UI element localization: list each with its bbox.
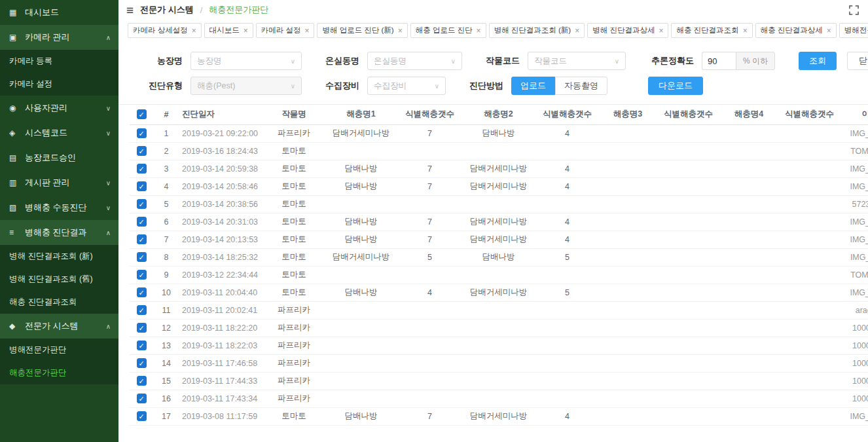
row-checkbox[interactable]: ✓ xyxy=(137,164,147,174)
sidebar-menu: ▦대시보드▣카메라 관리∧카메라 등록카메라 설정◉사용자관리∨◈시스템코드∨▤… xyxy=(0,0,118,384)
tab-close-icon[interactable]: × xyxy=(192,27,196,35)
cell-pest4 xyxy=(719,337,778,354)
tab-close-icon[interactable]: × xyxy=(575,27,579,35)
tab-close-icon[interactable]: × xyxy=(827,27,831,35)
cell-pest1 xyxy=(323,390,399,407)
cell-pest4 xyxy=(719,372,778,390)
column-header-count2: 식별해충갯수 xyxy=(536,105,598,124)
tab-pest-upload-diagnosis[interactable]: 해충 업로드 진단× xyxy=(410,23,486,38)
cell-pest3 xyxy=(598,248,657,266)
row-checkbox[interactable]: ✓ xyxy=(137,341,147,350)
row-checkbox[interactable]: ✓ xyxy=(137,287,147,297)
cell-pest2 xyxy=(461,195,536,213)
row-checkbox[interactable]: ✓ xyxy=(137,411,147,421)
sidebar-item-board-management[interactable]: ▥게시판 관리∨ xyxy=(0,170,118,195)
row-checkbox[interactable]: ✓ xyxy=(137,146,147,156)
cell-count2 xyxy=(536,390,598,407)
sidebar-subitem-pest-expert-judgment[interactable]: 해충전문가판단 xyxy=(0,361,118,384)
tab-close-icon[interactable]: × xyxy=(477,27,481,35)
method-auto-button[interactable]: 자동촬영 xyxy=(555,77,607,95)
search-button[interactable]: 조회 xyxy=(799,52,837,70)
sidebar-item-system-code[interactable]: ◈시스템코드∨ xyxy=(0,120,118,145)
diagnosis-method-group: 업로드 자동촬영 xyxy=(511,77,607,95)
cell-check: ✓ xyxy=(130,372,153,390)
row-checkbox[interactable]: ✓ xyxy=(137,323,147,333)
row-checkbox[interactable]: ✓ xyxy=(137,181,147,191)
tab-close-icon[interactable]: × xyxy=(304,27,309,35)
sidebar-item-farm-code-approval[interactable]: ▤농장코드승인 xyxy=(0,145,118,170)
method-upload-button[interactable]: 업로드 xyxy=(511,77,555,95)
row-checkbox[interactable]: ✓ xyxy=(137,394,147,403)
sidebar-item-expert-system[interactable]: ◆전문가 시스템∧ xyxy=(0,314,118,339)
tab-disease-upload-diagnosis-new[interactable]: 병해 업로드 진단 (新)× xyxy=(317,23,407,38)
greenhouse-select[interactable]: 온실동명 ∨ xyxy=(367,52,462,70)
tab-camera-detail-settings[interactable]: 카메라 상세설정× xyxy=(128,23,202,38)
chevron-down-icon: ∨ xyxy=(291,58,295,65)
cell-crop: 파프리카 xyxy=(264,319,323,337)
cell-pest2 xyxy=(461,266,536,284)
tab-pest-result-detail[interactable]: 해충 진단결과상세× xyxy=(755,23,837,38)
tab-close-icon[interactable]: × xyxy=(659,27,663,35)
sidebar-subitem-camera-register[interactable]: 카메라 등록 xyxy=(0,50,118,73)
cell-crop: 토마토 xyxy=(264,248,323,266)
cell-check: ✓ xyxy=(130,301,153,319)
sidebar-subitem-pest-result-inquiry[interactable]: 해충 진단결과조회 xyxy=(0,291,118,314)
cell-image: IMG_9921.JPG xyxy=(841,284,868,301)
tab-disease-expert-judgment[interactable]: 병해전문가판단× xyxy=(839,23,868,38)
row-checkbox[interactable]: ✓ xyxy=(137,234,147,244)
diagnosis-type-select[interactable]: 해충(Pest) ∨ xyxy=(190,77,302,95)
tab-close-icon[interactable]: × xyxy=(743,27,748,35)
farm-name-select[interactable]: 농장명 ∨ xyxy=(190,52,302,70)
cell-crop: 토마토 xyxy=(264,284,323,301)
download-button[interactable]: 다운로드 xyxy=(648,77,703,95)
device-select[interactable]: 수집장비 ∨ xyxy=(367,77,446,95)
row-checkbox[interactable]: ✓ xyxy=(137,376,147,386)
tab-close-icon[interactable]: × xyxy=(244,27,248,35)
sidebar-subitem-camera-settings[interactable]: 카메라 설정 xyxy=(0,73,118,96)
accuracy-input[interactable] xyxy=(702,52,736,70)
cell-image: IMG_9925.JPG xyxy=(841,407,868,425)
cell-image: IMG_9911.JPG xyxy=(841,248,868,266)
select-all-checkbox[interactable]: ✓ xyxy=(137,109,147,119)
row-checkbox[interactable]: ✓ xyxy=(137,305,147,315)
tab-close-icon[interactable]: × xyxy=(398,27,403,35)
tab-camera-settings[interactable]: 카메라 설정× xyxy=(256,23,315,38)
crop-code-select[interactable]: 작물코드 ∨ xyxy=(528,52,626,70)
tab-pest-result-inquiry[interactable]: 해충 진단결과조회× xyxy=(671,23,752,38)
hamburger-icon[interactable]: ≡ xyxy=(126,4,134,16)
sidebar-subitem-disease-result-inquiry-new[interactable]: 병해 진단결과조회 (新) xyxy=(0,245,118,268)
row-checkbox[interactable]: ✓ xyxy=(137,128,147,138)
row-checkbox[interactable]: ✓ xyxy=(137,199,147,209)
sidebar-subitem-disease-expert-judgment[interactable]: 병해전문가판단 xyxy=(0,339,118,361)
row-checkbox[interactable]: ✓ xyxy=(137,252,147,262)
sidebar-item-camera-management[interactable]: ▣카메라 관리∧ xyxy=(0,25,118,50)
cell-num: 4 xyxy=(153,177,179,195)
sidebar-item-label: 게시판 관리 xyxy=(25,177,102,189)
cell-crop: 토마토 xyxy=(264,195,323,213)
close-button[interactable]: 닫기 xyxy=(847,52,868,70)
cell-count4 xyxy=(778,407,841,425)
cell-count1 xyxy=(399,142,461,160)
sidebar-item-label: 전문가 시스템 xyxy=(25,320,102,332)
main-content: ≡ 전문가 시스템 / 해충전문가판단 카메라 상세설정×대시보드×카메라 설정… xyxy=(118,0,868,442)
sidebar-item-user-management[interactable]: ◉사용자관리∨ xyxy=(0,96,118,120)
column-header-crop: 작물명 xyxy=(264,105,323,124)
tab-disease-result-detail[interactable]: 병해 진단결과상세× xyxy=(587,23,668,38)
tab-dashboard[interactable]: 대시보드× xyxy=(204,23,253,38)
row-checkbox[interactable]: ✓ xyxy=(137,270,147,280)
cell-date: 2019-03-12 22:34:44 xyxy=(179,266,264,284)
sidebar-subitem-disease-result-inquiry-old[interactable]: 병해 진단결과조회 (舊) xyxy=(0,268,118,291)
row-checkbox[interactable]: ✓ xyxy=(137,217,147,227)
row-checkbox[interactable]: ✓ xyxy=(137,358,147,368)
cell-pest2 xyxy=(461,142,536,160)
tab-disease-result-inquiry-new[interactable]: 병해 진단결과조회 (新)× xyxy=(489,23,585,38)
sidebar-item-diagnosis-results[interactable]: ≡병해충 진단결과∧ xyxy=(0,220,118,245)
fullscreen-icon[interactable] xyxy=(849,5,859,15)
cell-num: 10 xyxy=(153,284,179,301)
cell-pest3 xyxy=(598,177,657,195)
farm-code-icon: ▤ xyxy=(9,153,25,162)
sidebar-item-manual-diagnosis[interactable]: ▧병해충 수동진단∨ xyxy=(0,195,118,220)
sidebar-item-dashboard[interactable]: ▦대시보드 xyxy=(0,0,118,25)
cell-pest2 xyxy=(461,301,536,319)
cell-num: 16 xyxy=(153,390,179,407)
